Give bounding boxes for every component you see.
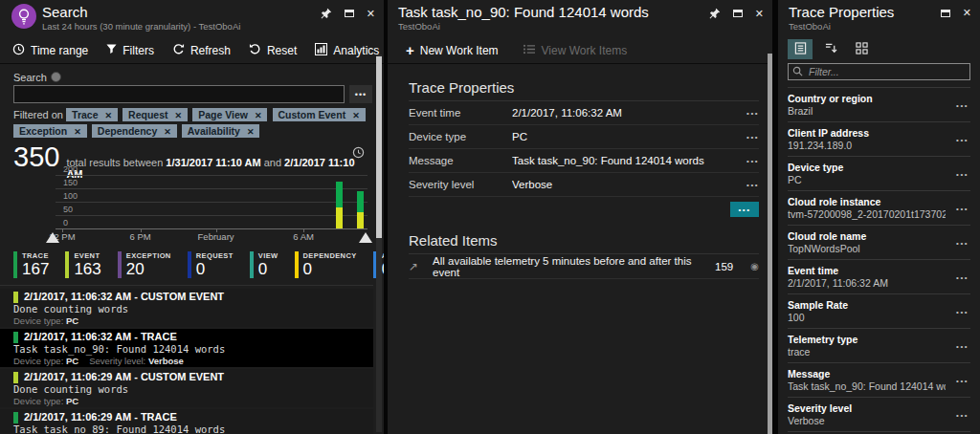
range-handle-right[interactable] — [359, 232, 372, 243]
filter-chip[interactable]: Availability✕ — [182, 124, 260, 138]
grid-view-button[interactable] — [849, 39, 874, 59]
chart-y-tick-label: 0 — [63, 218, 68, 228]
chart-bar — [336, 182, 343, 228]
remove-filter-icon[interactable]: ✕ — [352, 111, 360, 120]
field-menu-button[interactable]: ••• — [956, 100, 969, 109]
counter-label: REQUEST — [196, 251, 234, 260]
field-menu-button[interactable]: ••• — [956, 135, 969, 143]
field-value: 2/1/2017, 11:06:32 AM — [788, 277, 946, 290]
filters-label: Filters — [122, 44, 154, 57]
remove-filter-icon[interactable]: ✕ — [74, 127, 81, 137]
telemetry-counter[interactable]: DEPENDENCY 0 — [295, 251, 357, 278]
time-range-button[interactable]: Time range — [12, 43, 88, 58]
filter-chip[interactable]: Page View✕ — [192, 108, 267, 121]
left-scrollbar-track[interactable] — [376, 54, 382, 432]
related-item-row[interactable]: ↗ All available telemetry 5 minutes befo… — [409, 254, 759, 279]
props-filter-input[interactable] — [807, 65, 966, 78]
new-work-item-button[interactable]: + New Work Item — [406, 44, 499, 57]
field-menu-button[interactable]: ••• — [956, 272, 969, 281]
sort-view-button[interactable] — [818, 39, 843, 59]
pin-icon[interactable] — [709, 8, 721, 19]
property-label: Event time — [409, 107, 512, 119]
property-menu-button[interactable]: ••• — [746, 109, 759, 118]
event-list-item[interactable]: 2/1/2017, 11:06:32 AM - TRACE Task task_… — [0, 329, 373, 367]
event-list-item[interactable]: 2/1/2017, 11:06:29 AM - CUSTOM EVENT Don… — [0, 369, 373, 407]
field-menu-button[interactable]: ••• — [956, 376, 969, 384]
filter-chip[interactable]: Custom Event✕ — [273, 108, 366, 121]
filter-chip[interactable]: Request✕ — [122, 108, 188, 121]
event-list-item[interactable]: 2/1/2017, 11:06:29 AM - TRACE Task task_… — [0, 409, 373, 434]
close-icon[interactable]: ✕ — [755, 9, 764, 19]
field-menu-button[interactable]: ••• — [956, 307, 969, 315]
field-menu-button[interactable]: ••• — [956, 169, 969, 178]
property-label: Message — [409, 155, 512, 166]
analytics-button[interactable]: Analytics — [315, 43, 379, 58]
event-title: 2/1/2017, 11:06:32 AM - CUSTOM EVENT — [24, 291, 224, 303]
props-filter-box — [788, 63, 970, 80]
filter-chip[interactable]: Exception✕ — [13, 124, 87, 138]
telemetry-counter[interactable]: TRACE 167 — [13, 251, 49, 278]
field-name: Client IP address — [788, 127, 946, 140]
remove-filter-icon[interactable]: ✕ — [175, 111, 183, 120]
event-type-color-bar — [13, 332, 18, 343]
remove-filter-icon[interactable]: ✕ — [247, 127, 255, 137]
filter-chip-label: Page View — [198, 109, 248, 120]
field-menu-button[interactable]: ••• — [956, 341, 969, 350]
maximize-icon[interactable] — [941, 10, 950, 17]
filters-button[interactable]: Filters — [106, 44, 154, 57]
telemetry-counter[interactable]: EVENT 163 — [65, 251, 100, 278]
related-item-text: All available telemetry 5 minutes before… — [433, 255, 715, 278]
maximize-icon[interactable] — [345, 10, 354, 17]
property-menu-button[interactable]: ••• — [746, 181, 759, 189]
view-work-items-button[interactable]: View Work Items — [523, 44, 628, 57]
close-icon[interactable]: ✕ — [367, 9, 375, 19]
field-value: PC — [788, 174, 946, 186]
search-blade: Search Last 24 hours (30 minute granular… — [0, 0, 384, 434]
filter-chips-block: Filtered on Trace✕ Request✕ Page View✕ C… — [13, 107, 372, 140]
new-work-item-label: New Work Item — [420, 44, 499, 57]
field-menu-button[interactable]: ••• — [956, 238, 969, 247]
event-title-row: 2/1/2017, 11:06:29 AM - TRACE — [13, 411, 364, 423]
telemetry-counter[interactable]: REQUEST 0 — [188, 251, 234, 278]
remove-filter-icon[interactable]: ✕ — [164, 127, 171, 137]
chart-bar-segment-traces — [357, 191, 364, 212]
property-value: Task task_no_90: Found 124014 words — [512, 155, 746, 166]
refresh-button[interactable]: Refresh — [172, 43, 231, 58]
left-scrollbar-thumb[interactable] — [376, 56, 382, 238]
event-title: 2/1/2017, 11:06:29 AM - TRACE — [24, 411, 177, 423]
telemetry-counter[interactable]: EXCEPTION 20 — [118, 251, 171, 278]
filter-chip-label: Availability — [188, 125, 240, 137]
range-handle-left[interactable] — [46, 232, 59, 243]
counter-value: 0 — [303, 260, 357, 278]
history-clock-icon[interactable] — [352, 145, 365, 163]
middle-scrollbar-thumb[interactable] — [768, 54, 772, 434]
search-options-button[interactable]: ••• — [349, 85, 372, 103]
pin-icon[interactable] — [321, 8, 332, 19]
filter-chip[interactable]: Dependency✕ — [92, 124, 177, 138]
property-menu-button[interactable]: ••• — [746, 133, 759, 141]
search-blade-header: Search Last 24 hours (30 minute granular… — [0, 0, 384, 36]
form-view-button[interactable] — [788, 39, 813, 59]
remove-filter-icon[interactable]: ✕ — [105, 111, 113, 120]
filtered-on-label: Filtered on — [13, 109, 63, 120]
show-more-properties-button[interactable]: ••• — [730, 202, 759, 217]
field-menu-button[interactable]: ••• — [956, 410, 969, 419]
remove-filter-icon[interactable]: ✕ — [255, 111, 262, 120]
search-input[interactable] — [13, 85, 345, 103]
counter-label: DEPENDENCY — [303, 251, 357, 260]
props-field-row: Telemetry type trace ••• — [788, 329, 970, 363]
refresh-icon — [172, 43, 185, 58]
field-value: trace — [788, 346, 946, 358]
field-menu-button[interactable]: ••• — [956, 204, 969, 212]
telemetry-counter[interactable]: VIEW 0 — [250, 251, 278, 278]
props-field-row: Client IP address 191.234.189.0 ••• — [788, 122, 970, 157]
event-list-item[interactable]: 2/1/2017, 11:06:32 AM - CUSTOM EVENT Don… — [0, 289, 373, 327]
reset-button[interactable]: Reset — [249, 43, 297, 58]
close-icon[interactable]: ✕ — [963, 8, 971, 18]
event-title: 2/1/2017, 11:06:32 AM - TRACE — [24, 331, 177, 343]
filter-chip[interactable]: Trace✕ — [66, 108, 118, 121]
info-icon[interactable] — [51, 72, 61, 82]
maximize-icon[interactable] — [733, 10, 743, 17]
field-name: Message — [788, 368, 946, 380]
property-menu-button[interactable]: ••• — [746, 157, 759, 165]
